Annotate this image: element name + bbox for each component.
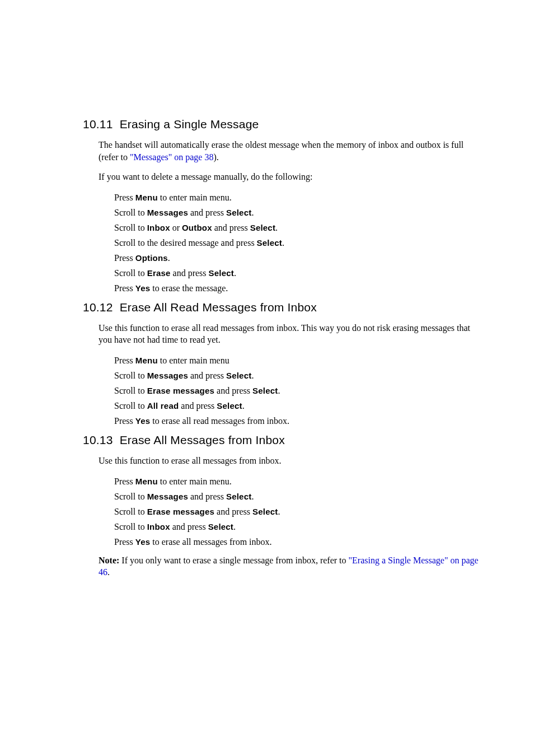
- text: and press: [188, 371, 226, 380]
- section3-steps: Press Menu to enter main menu. Scroll to…: [114, 475, 484, 549]
- step: Press Menu to enter main menu.: [114, 191, 484, 204]
- text: .: [107, 567, 110, 577]
- text: Scroll to: [114, 268, 147, 278]
- text: to enter main menu.: [158, 193, 232, 202]
- ui-select: Select: [209, 268, 234, 278]
- ui-messages: Messages: [147, 371, 188, 380]
- text: Press: [114, 253, 135, 263]
- section-10-11-heading: 10.11 Erasing a Single Message: [83, 118, 484, 131]
- section2-para: Use this function to erase all read mess…: [99, 322, 484, 346]
- text: Press: [114, 537, 135, 547]
- text: Scroll to: [114, 522, 147, 531]
- page-content: 10.11 Erasing a Single Message The hands…: [0, 0, 534, 578]
- ui-all-read: All read: [147, 401, 179, 410]
- text: and press: [188, 208, 226, 217]
- step: Scroll to Erase messages and press Selec…: [114, 505, 484, 519]
- ui-select: Select: [217, 401, 242, 410]
- step: Scroll to the desired message and press …: [114, 236, 484, 250]
- link-messages-p38[interactable]: "Messages" on page 38: [130, 152, 213, 162]
- step: Press Yes to erase the message.: [114, 282, 484, 295]
- step: Scroll to Messages and press Select.: [114, 369, 484, 382]
- text: .: [233, 522, 236, 531]
- section-number: 10.12: [83, 301, 113, 314]
- text: .: [168, 253, 170, 263]
- step: Scroll to All read and press Select.: [114, 399, 484, 413]
- ui-inbox: Inbox: [147, 522, 170, 531]
- section3-note: Note: If you only want to erase a single…: [99, 554, 484, 578]
- text: ).: [213, 152, 218, 162]
- text: to erase the message.: [150, 283, 228, 293]
- text: .: [275, 223, 278, 232]
- step: Scroll to Messages and press Select.: [114, 206, 484, 220]
- section-number: 10.11: [83, 118, 113, 131]
- ui-inbox: Inbox: [147, 223, 170, 232]
- ui-select: Select: [226, 492, 251, 501]
- text: If you only want to erase a single messa…: [119, 556, 348, 565]
- ui-messages: Messages: [147, 492, 188, 501]
- text: to erase all messages from inbox.: [150, 537, 271, 547]
- text: .: [282, 238, 284, 248]
- ui-select: Select: [226, 208, 251, 217]
- ui-select: Select: [208, 522, 233, 531]
- section1-para2: If you want to delete a message manually…: [99, 171, 484, 183]
- ui-select: Select: [252, 507, 278, 516]
- ui-erase-messages: Erase messages: [147, 507, 214, 516]
- step: Scroll to Erase messages and press Selec…: [114, 384, 484, 398]
- text: Press: [114, 416, 135, 426]
- text: Scroll to: [114, 401, 147, 410]
- text: or: [170, 223, 182, 232]
- ui-menu: Menu: [135, 193, 158, 202]
- text: and press: [179, 401, 217, 410]
- text: Scroll to: [114, 507, 147, 516]
- text: .: [251, 371, 254, 380]
- text: .: [278, 386, 280, 395]
- section2-steps: Press Menu to enter main menu Scroll to …: [114, 354, 484, 428]
- text: Scroll to: [114, 371, 147, 380]
- ui-select: Select: [250, 223, 275, 232]
- ui-outbox: Outbox: [182, 223, 212, 232]
- step: Scroll to Inbox or Outbox and press Sele…: [114, 221, 484, 235]
- text: Scroll to the desired message and press: [114, 238, 257, 248]
- text: .: [251, 208, 254, 217]
- text: Scroll to: [114, 223, 147, 232]
- text: and press: [170, 522, 208, 531]
- text: and press: [214, 507, 252, 516]
- step: Press Menu to enter main menu: [114, 354, 484, 367]
- step: Scroll to Messages and press Select.: [114, 490, 484, 503]
- text: Scroll to: [114, 386, 147, 395]
- section3-para: Use this function to erase all messages …: [99, 455, 484, 467]
- text: Press: [114, 356, 135, 365]
- text: and press: [171, 268, 209, 278]
- text: and press: [212, 223, 250, 232]
- text: Press: [114, 193, 135, 202]
- section1-para1: The handset will automatically erase the…: [99, 139, 484, 163]
- step: Press Yes to erase all messages from inb…: [114, 535, 484, 549]
- section1-steps: Press Menu to enter main menu. Scroll to…: [114, 191, 484, 295]
- ui-messages: Messages: [147, 208, 188, 217]
- text: Scroll to: [114, 208, 147, 217]
- ui-options: Options: [135, 253, 168, 263]
- text: Scroll to: [114, 492, 147, 501]
- text: .: [278, 507, 280, 516]
- section-title: Erase All Messages from Inbox: [120, 433, 285, 447]
- ui-select: Select: [257, 238, 282, 248]
- section-10-12-heading: 10.12 Erase All Read Messages from Inbox: [83, 301, 484, 314]
- step: Scroll to Inbox and press Select.: [114, 520, 484, 534]
- section-number: 10.13: [83, 433, 113, 447]
- ui-menu: Menu: [135, 356, 158, 365]
- text: to enter main menu: [158, 356, 229, 365]
- section-title: Erase All Read Messages from Inbox: [120, 301, 317, 314]
- ui-select: Select: [252, 386, 278, 395]
- text: to erase all read messages from inbox.: [150, 416, 289, 426]
- text: .: [234, 268, 236, 278]
- step: Press Options.: [114, 251, 484, 265]
- ui-yes: Yes: [135, 283, 150, 293]
- text: .: [251, 492, 254, 501]
- text: Press: [114, 477, 135, 486]
- ui-erase: Erase: [147, 268, 171, 278]
- text: Press: [114, 283, 135, 293]
- section-10-13-heading: 10.13 Erase All Messages from Inbox: [83, 433, 484, 447]
- text: to enter main menu.: [158, 477, 232, 486]
- ui-erase-messages: Erase messages: [147, 386, 214, 395]
- text: and press: [214, 386, 252, 395]
